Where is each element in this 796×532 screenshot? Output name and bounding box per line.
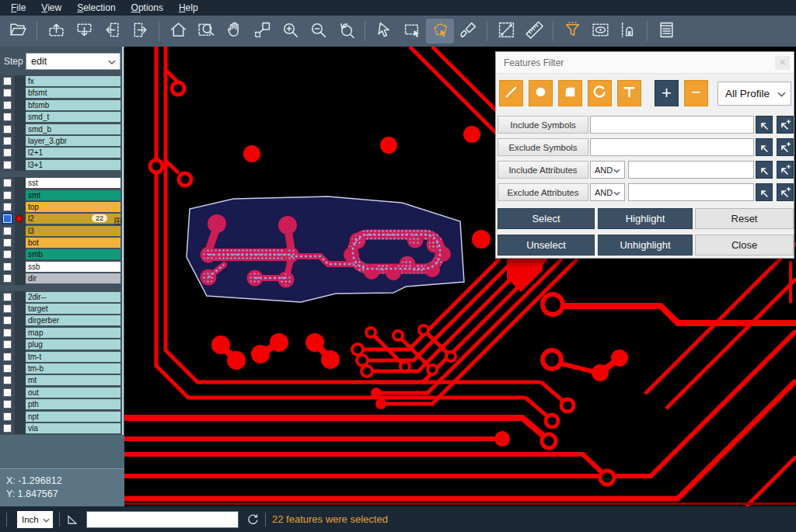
layer-row-layer_3.gbr[interactable]: layer_3.gbr	[0, 135, 124, 147]
layer-grid-icon[interactable]	[114, 214, 122, 222]
select-polygon-button[interactable]	[426, 19, 454, 43]
layer-row-tm-t[interactable]: tm-t	[0, 351, 124, 363]
layer-chip[interactable]: tm-t	[26, 352, 120, 362]
layer-visibility-checkbox[interactable]	[3, 214, 12, 223]
layer-chip[interactable]: npt	[26, 412, 120, 422]
layer-row-smd_t[interactable]: smd_t	[0, 111, 124, 123]
select-rect-button[interactable]	[398, 19, 426, 43]
layer-chip[interactable]: pth	[26, 399, 120, 409]
layer-visibility-checkbox[interactable]	[3, 89, 12, 97]
profile-select[interactable]: All Profile	[717, 82, 791, 106]
filter-pads-button[interactable]	[529, 80, 553, 106]
layer-row-l3+1[interactable]: l3+1	[0, 159, 124, 171]
layer-visibility-checkbox[interactable]	[3, 353, 12, 361]
features-filter-button[interactable]	[558, 19, 586, 43]
layer-row-pth[interactable]: pth	[0, 398, 124, 410]
include-attributes-button[interactable]: Include Attributes	[498, 161, 588, 179]
layer-row-smd_b[interactable]: smd_b	[0, 123, 124, 135]
pan-left-button[interactable]	[98, 19, 126, 43]
layer-chip[interactable]: dirgerber	[26, 315, 120, 325]
layer-row-dirgerber[interactable]: dirgerber	[0, 315, 124, 326]
pick-from-canvas-button[interactable]	[756, 116, 773, 134]
exclude-symbols-input[interactable]	[590, 138, 754, 156]
layer-chip[interactable]: target	[26, 304, 120, 314]
layer-visibility-checkbox[interactable]	[3, 125, 12, 134]
zoom-home-button[interactable]	[164, 19, 192, 43]
menu-selection[interactable]: Selection	[69, 2, 123, 15]
layer-row-smt[interactable]: smt	[0, 190, 124, 201]
layer-row-plug[interactable]: plug	[0, 339, 124, 350]
pick-add-from-canvas-button[interactable]	[777, 116, 794, 134]
layer-chip[interactable]: bfsmb	[26, 100, 120, 110]
select-button[interactable]: Select	[498, 208, 595, 229]
pick-add-from-canvas-button[interactable]	[777, 138, 794, 156]
pan-hand-button[interactable]	[220, 19, 248, 43]
layer-chip[interactable]: smb	[26, 249, 120, 259]
reset-button[interactable]: Reset	[695, 208, 794, 229]
layer-chip[interactable]: mt	[26, 375, 120, 385]
include-symbols-button[interactable]: Include Symbols	[498, 116, 588, 134]
exclude-attributes-input[interactable]	[628, 183, 754, 201]
layer-chip[interactable]: sst	[26, 178, 120, 188]
layer-chip[interactable]: top	[26, 202, 120, 212]
layer-visibility-checkbox[interactable]	[3, 364, 12, 373]
include-attributes-input[interactable]	[628, 161, 754, 179]
layer-row-target[interactable]: target	[0, 303, 124, 315]
filter-arcs-button[interactable]	[588, 80, 612, 106]
and-operator-select[interactable]: AND	[590, 183, 625, 201]
layer-row-l2[interactable]: l222	[0, 213, 124, 224]
layer-visibility-checkbox[interactable]	[3, 293, 12, 301]
layer-row-dir[interactable]: dir	[0, 273, 124, 284]
open-file-button[interactable]	[4, 19, 32, 43]
layer-visibility-checkbox[interactable]	[3, 161, 12, 169]
command-input[interactable]	[86, 511, 239, 528]
layer-visibility-checkbox[interactable]	[3, 179, 12, 187]
zoom-window-button[interactable]	[192, 19, 220, 43]
layer-row-ssb[interactable]: ssb	[0, 261, 124, 273]
layer-row-map[interactable]: map	[0, 327, 124, 339]
filter-lines-button[interactable]	[499, 80, 523, 106]
layer-visibility-checkbox[interactable]	[3, 101, 12, 110]
filter-surfaces-button[interactable]	[558, 80, 582, 106]
layer-row-smb[interactable]: smb	[0, 249, 124, 260]
layer-visibility-checkbox[interactable]	[3, 227, 12, 235]
layer-row-via[interactable]: via	[0, 422, 124, 434]
layer-chip[interactable]: fx	[26, 76, 120, 86]
step-select[interactable]: edit	[26, 53, 120, 70]
unselect-button[interactable]: Unselect	[498, 235, 595, 256]
angle-measure-icon[interactable]	[66, 513, 79, 526]
zoom-out-button[interactable]	[304, 19, 332, 43]
layer-visibility-checkbox[interactable]	[3, 388, 12, 397]
layer-chip[interactable]: l3+1	[26, 160, 120, 170]
unhighlight-button[interactable]: Unhighlight	[598, 235, 693, 256]
menu-file[interactable]: File	[3, 2, 33, 15]
layer-display-button[interactable]	[586, 19, 614, 43]
layer-row-l3[interactable]: l3	[0, 225, 124, 237]
layer-visibility-checkbox[interactable]	[3, 148, 12, 157]
layer-visibility-checkbox[interactable]	[3, 412, 12, 421]
exclude-attributes-button[interactable]: Exclude Attributes	[498, 183, 588, 201]
layer-chip[interactable]: bfsmt	[26, 88, 120, 98]
pick-from-canvas-button[interactable]	[756, 161, 773, 179]
layer-chip[interactable]: layer_3.gbr	[26, 136, 120, 146]
layer-visibility-checkbox[interactable]	[3, 113, 12, 121]
measure-distance-button[interactable]	[492, 19, 520, 43]
dialog-title-bar[interactable]: Features Filter	[496, 52, 794, 74]
layer-row-bfsmb[interactable]: bfsmb	[0, 99, 124, 111]
measure-ruler-button[interactable]	[520, 19, 548, 43]
and-operator-select[interactable]: AND	[590, 161, 625, 179]
pan-right-button[interactable]	[126, 19, 154, 43]
snap-mode-button[interactable]	[614, 19, 642, 43]
layer-chip[interactable]: smd_b	[26, 124, 120, 134]
highlight-button[interactable]: Highlight	[598, 208, 693, 229]
layer-visibility-checkbox[interactable]	[3, 376, 12, 384]
exclude-symbols-button[interactable]: Exclude Symbols	[498, 138, 588, 156]
pick-from-canvas-button[interactable]	[756, 183, 773, 201]
menu-help[interactable]: Help	[171, 2, 206, 15]
layer-visibility-checkbox[interactable]	[3, 304, 12, 313]
select-pointer-button[interactable]	[370, 19, 398, 43]
pan-down-button[interactable]	[70, 19, 98, 43]
include-symbols-input[interactable]	[590, 116, 754, 134]
layer-visibility-checkbox[interactable]	[3, 250, 12, 259]
pan-up-button[interactable]	[42, 19, 70, 43]
